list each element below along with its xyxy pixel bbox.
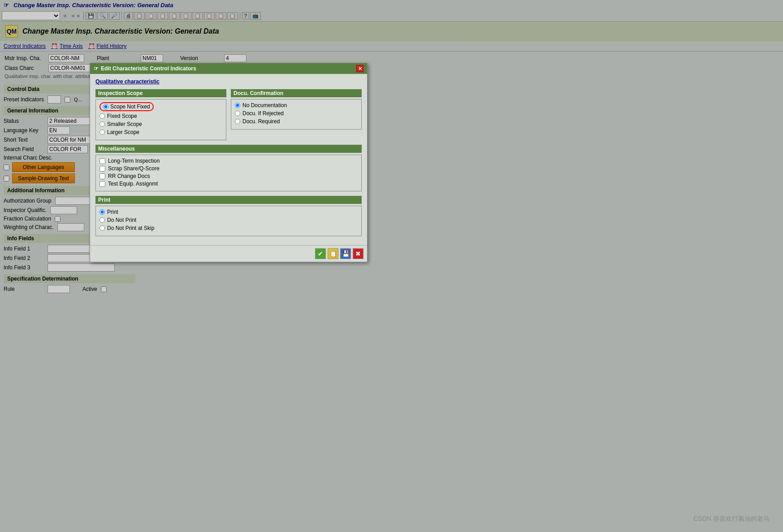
modal-title-icon: ☞: [94, 65, 99, 72]
smaller-scope-label: Smaller Scope: [107, 121, 142, 127]
miscellaneous-section: Miscellaneous Long-Term Inspection Scrap…: [95, 145, 362, 191]
long-term-row: Long-Term Inspection: [99, 158, 358, 164]
fixed-scope-radio[interactable]: [99, 113, 105, 119]
do-not-print-skip-label: Do Not Print at Skip: [107, 225, 154, 231]
print-label: Print: [107, 209, 118, 215]
miscellaneous-body: Long-Term Inspection Scrap Share/Q-Score…: [95, 155, 362, 191]
inspection-scope-section: Inspection Scope Scope Not Fixed Fixed S…: [95, 89, 226, 140]
rr-change-label: RR Change Docs: [108, 173, 150, 179]
modal-copy-btn[interactable]: 📋: [328, 248, 338, 259]
print-radio[interactable]: [99, 209, 105, 215]
print-header: Print: [95, 196, 362, 204]
no-documentation-radio[interactable]: [235, 103, 240, 108]
rr-change-row: RR Change Docs: [99, 173, 358, 179]
print-row: Print: [99, 209, 358, 215]
docu-required-label: Docu. Required: [242, 118, 280, 125]
do-not-print-label: Do Not Print: [107, 217, 136, 223]
smaller-scope-row: Smaller Scope: [99, 121, 222, 127]
inspection-scope-header: Inspection Scope: [95, 89, 226, 97]
docu-if-rejected-row: Docu. If Rejected: [235, 110, 358, 117]
fixed-scope-row: Fixed Scope: [99, 113, 222, 119]
no-documentation-row: No Documentation: [235, 102, 358, 108]
docu-required-row: Docu. Required: [235, 118, 358, 125]
modal-content: Qualitative characteristic Inspection Sc…: [90, 74, 367, 245]
inspection-scope-body: Scope Not Fixed Fixed Scope Smaller Scop…: [95, 99, 226, 140]
smaller-scope-radio[interactable]: [99, 121, 105, 127]
scope-not-fixed-label: Scope Not Fixed: [110, 104, 150, 110]
modal-overlay: ☞ Edit Characteristic Control Indicators…: [0, 0, 783, 295]
long-term-checkbox[interactable]: [99, 158, 105, 164]
scope-not-fixed-radio[interactable]: [103, 104, 108, 109]
modal-close-btn[interactable]: ✕: [356, 65, 363, 72]
do-not-print-skip-row: Do Not Print at Skip: [99, 225, 358, 231]
print-body: Print Do Not Print Do Not Print at Skip: [95, 206, 362, 236]
rr-change-checkbox[interactable]: [99, 173, 105, 179]
no-documentation-label: No Documentation: [242, 102, 287, 108]
modal-cancel-btn[interactable]: ✖: [353, 248, 363, 259]
modal-footer: ✔ 📋 💾 ✖: [90, 245, 367, 262]
larger-scope-radio[interactable]: [99, 130, 105, 135]
docu-if-rejected-label: Docu. If Rejected: [242, 110, 284, 117]
modal-confirm-btn[interactable]: ✔: [315, 248, 326, 259]
modal-title-text: Edit Characteristic Control Indicators: [101, 65, 196, 72]
docu-if-rejected-radio[interactable]: [235, 111, 240, 116]
docu-required-radio[interactable]: [235, 119, 240, 124]
modal-save-btn[interactable]: 💾: [340, 248, 351, 259]
modal-title-bar: ☞ Edit Characteristic Control Indicators…: [90, 63, 367, 74]
scrap-share-label: Scrap Share/Q-Score: [108, 165, 160, 172]
edit-indicators-modal: ☞ Edit Characteristic Control Indicators…: [90, 63, 368, 262]
scope-not-fixed-highlight: Scope Not Fixed: [99, 102, 154, 111]
modal-title-content: ☞ Edit Characteristic Control Indicators: [94, 65, 196, 72]
scrap-share-checkbox[interactable]: [99, 166, 105, 172]
scope-not-fixed-row: Scope Not Fixed: [99, 102, 222, 111]
print-section: Print Print Do Not Print Do Not Print at…: [95, 196, 362, 236]
scrap-share-row: Scrap Share/Q-Score: [99, 165, 358, 172]
do-not-print-radio[interactable]: [99, 217, 105, 223]
test-equip-row: Test Equip. Assignmt: [99, 181, 358, 187]
do-not-print-row: Do Not Print: [99, 217, 358, 223]
long-term-label: Long-Term Inspection: [108, 158, 160, 164]
miscellaneous-header: Miscellaneous: [95, 145, 362, 153]
docu-confirmation-section: Docu. Confirmation No Documentation Docu…: [231, 89, 362, 140]
test-equip-label: Test Equip. Assignmt: [108, 181, 158, 187]
modal-subtitle: Qualitative characteristic: [95, 78, 362, 85]
larger-scope-row: Larger Scope: [99, 129, 222, 135]
docu-confirmation-body: No Documentation Docu. If Rejected Docu.…: [231, 99, 362, 130]
test-equip-checkbox[interactable]: [99, 181, 105, 187]
docu-confirmation-header: Docu. Confirmation: [231, 89, 362, 97]
do-not-print-skip-radio[interactable]: [99, 225, 105, 231]
larger-scope-label: Larger Scope: [107, 129, 139, 135]
modal-top-sections: Inspection Scope Scope Not Fixed Fixed S…: [95, 89, 362, 140]
fixed-scope-label: Fixed Scope: [107, 113, 137, 119]
